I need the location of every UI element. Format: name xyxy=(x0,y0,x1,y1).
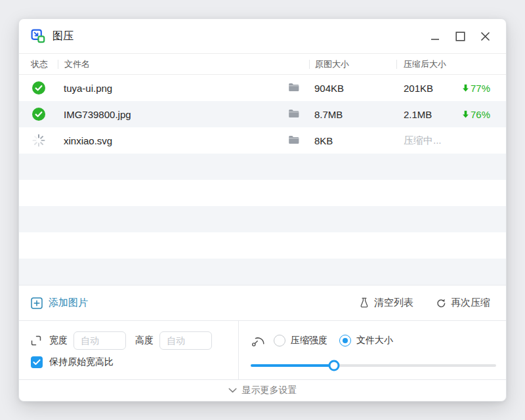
reduction-badge: 77% xyxy=(462,83,490,94)
compressed-size: 2.1MB xyxy=(404,109,432,120)
app-logo-icon xyxy=(31,29,45,43)
show-more-settings[interactable]: 显示更多设置 xyxy=(19,379,506,401)
mode-row: 压缩强度 文件大小 xyxy=(251,331,496,350)
slider-fill xyxy=(251,364,334,367)
filename-text: IMG739800.jpg xyxy=(64,109,131,120)
folder-icon[interactable] xyxy=(288,109,299,120)
filename-cell: tuya-ui.png xyxy=(58,83,309,94)
flask-icon xyxy=(359,297,369,308)
empty-row xyxy=(19,154,506,180)
toolbar-right-group: 清空列表 再次压缩 xyxy=(359,297,490,309)
spinner-icon xyxy=(32,133,46,148)
folder-icon[interactable] xyxy=(288,83,299,94)
status-cell xyxy=(19,81,58,94)
original-size: 8KB xyxy=(309,135,396,146)
gauge-icon xyxy=(251,335,265,347)
table-header: 状态 文件名 原图大小 压缩后大小 xyxy=(19,53,506,75)
keep-aspect-label: 保持原始宽高比 xyxy=(49,356,114,368)
filename-text: tuya-ui.png xyxy=(64,83,112,94)
resize-settings: 宽度 高度 保持原始宽高比 xyxy=(19,321,239,379)
height-input[interactable] xyxy=(159,331,212,350)
column-status: 状态 xyxy=(19,58,58,70)
title-bar: 图压 xyxy=(19,19,506,53)
maximize-button[interactable] xyxy=(455,31,465,41)
refresh-icon xyxy=(436,298,446,308)
empty-row xyxy=(19,259,506,285)
check-circle-icon xyxy=(32,108,45,121)
strength-radio-label: 压缩强度 xyxy=(291,335,327,346)
table-row[interactable]: tuya-ui.png 904KB 201KB 77% xyxy=(19,75,506,101)
file-list: tuya-ui.png 904KB 201KB 77% xyxy=(19,75,506,285)
keep-aspect-checkbox[interactable] xyxy=(31,356,43,368)
folder-icon[interactable] xyxy=(288,135,299,146)
slider-thumb[interactable] xyxy=(329,360,340,371)
compress-again-button[interactable]: 再次压缩 xyxy=(436,297,490,309)
filename-cell: xinxiao.svg xyxy=(58,135,309,146)
height-label: 高度 xyxy=(135,335,154,346)
window-title: 图压 xyxy=(52,30,415,43)
original-size: 8.7MB xyxy=(309,109,396,120)
add-images-button[interactable]: 添加图片 xyxy=(31,297,88,309)
reduction-badge: 76% xyxy=(462,109,490,120)
resize-corners-icon xyxy=(30,334,43,347)
compressed-cell: 压缩中... xyxy=(396,135,506,147)
width-input[interactable] xyxy=(74,331,126,350)
strength-radio[interactable] xyxy=(274,335,285,346)
compressed-cell: 201KB 77% xyxy=(396,83,506,94)
close-button[interactable] xyxy=(480,31,490,41)
chevron-down-icon xyxy=(228,388,237,393)
table-row[interactable]: xinxiao.svg 8KB 压缩中... xyxy=(19,127,506,154)
minimize-button[interactable] xyxy=(430,31,440,41)
empty-row xyxy=(19,180,506,206)
compressed-cell: 2.1MB 76% xyxy=(396,109,506,120)
status-cell xyxy=(19,108,58,121)
empty-row xyxy=(19,206,506,232)
aspect-ratio-row: 保持原始宽高比 xyxy=(30,356,238,368)
filesize-radio[interactable] xyxy=(339,335,351,346)
arrow-down-icon xyxy=(462,84,469,92)
original-size: 904KB xyxy=(309,83,396,94)
empty-row xyxy=(19,232,506,259)
arrow-down-icon xyxy=(462,110,469,118)
app-window: 图压 状态 文件名 原图大小 压缩后大小 xyxy=(18,18,507,402)
check-circle-icon xyxy=(32,81,45,94)
compression-settings: 压缩强度 文件大小 xyxy=(239,321,506,379)
filename-text: xinxiao.svg xyxy=(64,135,112,146)
slider-row xyxy=(251,360,496,371)
column-filename: 文件名 xyxy=(58,58,309,70)
column-original-size: 原图大小 xyxy=(310,58,396,70)
plus-square-icon xyxy=(31,297,43,309)
clear-list-button[interactable]: 清空列表 xyxy=(359,297,413,309)
filename-cell: IMG739800.jpg xyxy=(58,109,309,120)
window-controls xyxy=(415,31,490,41)
status-cell xyxy=(19,133,58,148)
action-toolbar: 添加图片 清空列表 再次压缩 xyxy=(19,285,506,320)
dimensions-row: 宽度 高度 xyxy=(30,331,238,350)
compressed-size: 201KB xyxy=(404,83,433,94)
column-compressed-size: 压缩后大小 xyxy=(397,58,506,70)
compressing-status: 压缩中... xyxy=(404,135,442,147)
settings-panel: 宽度 高度 保持原始宽高比 压缩强度 xyxy=(19,320,506,379)
filesize-slider[interactable] xyxy=(251,364,496,367)
table-row[interactable]: IMG739800.jpg 8.7MB 2.1MB 76% xyxy=(19,101,506,127)
width-label: 宽度 xyxy=(49,335,68,346)
filesize-radio-label: 文件大小 xyxy=(356,335,393,346)
